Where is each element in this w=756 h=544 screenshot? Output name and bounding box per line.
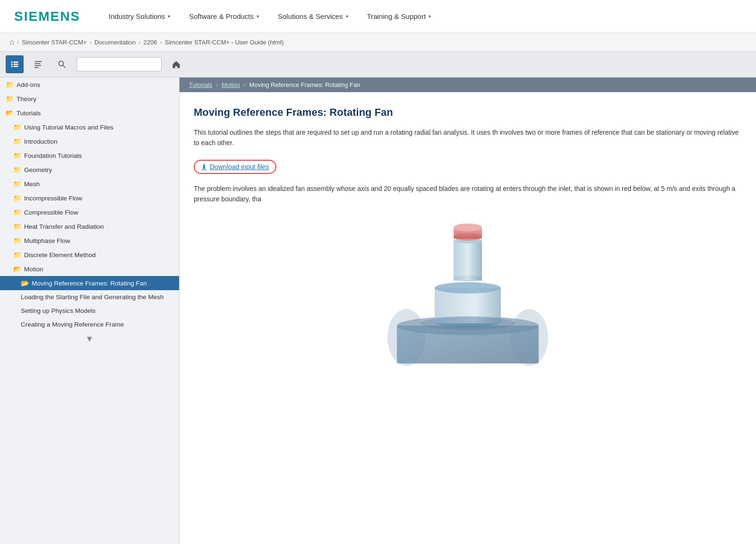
search-button[interactable] bbox=[53, 55, 71, 73]
sidebar-item-setting-up-physics[interactable]: Setting up Physics Models bbox=[0, 304, 179, 318]
search-icon bbox=[57, 60, 67, 69]
chevron-down-icon: ▾ bbox=[346, 14, 348, 19]
svg-rect-4 bbox=[11, 66, 13, 67]
folder-icon: 📁 bbox=[13, 208, 21, 216]
folder-icon: 📁 bbox=[13, 251, 21, 259]
sidebar-item-heat-transfer[interactable]: 📁 Heat Transfer and Radiation bbox=[0, 219, 179, 233]
fan-illustration bbox=[194, 212, 742, 382]
home-nav-icon bbox=[172, 60, 181, 69]
search-input[interactable] bbox=[77, 57, 162, 71]
main-layout: 📁 Add-ons 📁 Theory 📂 Tutorials 📁 Using T… bbox=[0, 78, 756, 544]
folder-icon: 📁 bbox=[13, 194, 21, 202]
folder-icon: 📁 bbox=[13, 180, 21, 188]
article-intro: This tutorial outlines the steps that ar… bbox=[194, 127, 742, 148]
content-breadcrumb-tutorials[interactable]: Tutorials bbox=[189, 81, 212, 88]
svg-point-17 bbox=[435, 282, 501, 294]
toc-button[interactable] bbox=[6, 55, 24, 73]
breadcrumb-user-guide[interactable]: Simcenter STAR-CCM+ - User Guide (html) bbox=[165, 39, 284, 46]
sidebar-item-multiphase-flow[interactable]: 📁 Multiphase Flow bbox=[0, 233, 179, 248]
folder-icon: 📁 bbox=[6, 81, 14, 88]
folder-icon: 📁 bbox=[13, 123, 21, 131]
breadcrumb-version[interactable]: 2206 bbox=[144, 39, 157, 46]
folder-icon: 📁 bbox=[13, 223, 21, 230]
sidebar-item-incompressible-flow[interactable]: 📁 Incompressible Flow bbox=[0, 191, 179, 205]
chevron-down-icon: ▾ bbox=[257, 14, 259, 19]
sidebar-item-geometry[interactable]: 📁 Geometry bbox=[0, 163, 179, 177]
folder-icon: 📁 bbox=[13, 138, 21, 145]
sidebar-item-moving-reference-frames[interactable]: 📂 Moving Reference Frames: Rotating Fan bbox=[0, 276, 179, 290]
nav-item-training[interactable]: Training & Support ▾ bbox=[367, 12, 431, 20]
content-area: Tutorials > Motion > Moving Reference Fr… bbox=[180, 78, 756, 544]
breadcrumb-documentation[interactable]: Documentation bbox=[94, 39, 136, 46]
svg-rect-6 bbox=[35, 61, 42, 62]
sidebar-item-theory[interactable]: 📁 Theory bbox=[0, 92, 179, 106]
breadcrumb: ⌂ › Simcenter STAR-CCM+ › Documentation … bbox=[0, 33, 756, 52]
sidebar-item-creating-moving-reference[interactable]: Creating a Moving Reference Frame bbox=[0, 318, 179, 331]
chevron-down-icon: ▾ bbox=[168, 14, 170, 19]
nav-item-solutions[interactable]: Solutions & Services ▾ bbox=[278, 12, 348, 20]
folder-icon: 📁 bbox=[13, 237, 21, 244]
folder-icon: 📁 bbox=[6, 95, 14, 103]
siemens-logo: SIEMENS bbox=[14, 9, 80, 24]
nav-item-industry[interactable]: Industry Solutions ▾ bbox=[109, 12, 170, 20]
svg-rect-3 bbox=[14, 64, 18, 65]
svg-point-25 bbox=[510, 309, 548, 366]
content-breadcrumb: Tutorials > Motion > Moving Reference Fr… bbox=[180, 78, 756, 92]
svg-point-10 bbox=[59, 61, 63, 66]
history-button[interactable] bbox=[29, 55, 47, 73]
toolbar bbox=[0, 52, 756, 78]
svg-point-23 bbox=[454, 224, 482, 231]
sidebar-item-using-tutorial-macros[interactable]: 📁 Using Tutorial Macros and Files bbox=[0, 120, 179, 134]
home-icon[interactable]: ⌂ bbox=[9, 38, 14, 46]
folder-open-active-icon: 📂 bbox=[21, 279, 29, 287]
folder-open-icon: 📂 bbox=[13, 265, 21, 273]
home-button[interactable] bbox=[167, 55, 185, 73]
svg-rect-8 bbox=[35, 65, 41, 66]
folder-icon: 📁 bbox=[13, 166, 21, 173]
sidebar-item-introduction[interactable]: 📁 Introduction bbox=[0, 134, 179, 148]
sidebar-item-tutorials[interactable]: 📂 Tutorials bbox=[0, 106, 179, 120]
sidebar-item-foundation-tutorials[interactable]: 📁 Foundation Tutorials bbox=[0, 148, 179, 163]
sidebar-item-loading-starting-file[interactable]: Loading the Starting File and Generating… bbox=[0, 290, 179, 304]
download-link[interactable]: ⬇ Download input files bbox=[194, 160, 276, 174]
svg-point-26 bbox=[387, 309, 425, 366]
sidebar-item-discrete-element[interactable]: 📁 Discrete Element Method bbox=[0, 248, 179, 262]
folder-icon: 📁 bbox=[13, 152, 21, 159]
svg-line-11 bbox=[63, 66, 66, 68]
svg-rect-2 bbox=[11, 64, 13, 65]
svg-rect-19 bbox=[454, 241, 482, 281]
article: Moving Reference Frames: Rotating Fan Th… bbox=[180, 92, 756, 401]
svg-rect-0 bbox=[11, 61, 13, 63]
sidebar-item-addons[interactable]: 📁 Add-ons bbox=[0, 78, 179, 92]
content-breadcrumb-motion[interactable]: Motion bbox=[222, 81, 240, 88]
article-body: The problem involves an idealized fan as… bbox=[194, 183, 742, 205]
sidebar: 📁 Add-ons 📁 Theory 📂 Tutorials 📁 Using T… bbox=[0, 78, 180, 544]
svg-point-24 bbox=[421, 317, 515, 330]
svg-rect-7 bbox=[35, 63, 41, 64]
fan-svg bbox=[369, 212, 567, 382]
svg-rect-5 bbox=[14, 66, 18, 67]
history-icon bbox=[34, 60, 43, 69]
top-nav: SIEMENS Industry Solutions ▾ Software & … bbox=[0, 0, 756, 33]
svg-rect-1 bbox=[14, 61, 18, 63]
article-title: Moving Reference Frames: Rotating Fan bbox=[194, 106, 742, 119]
download-icon: ⬇ bbox=[201, 163, 207, 171]
nav-item-software[interactable]: Software & Products ▾ bbox=[189, 12, 259, 20]
chevron-down-icon: ▾ bbox=[429, 14, 431, 19]
folder-open-icon: 📂 bbox=[6, 109, 14, 117]
content-breadcrumb-current: Moving Reference Frames: Rotating Fan bbox=[249, 81, 361, 88]
svg-rect-9 bbox=[35, 67, 39, 68]
toc-icon bbox=[10, 60, 19, 69]
scroll-down-indicator: ▼ bbox=[0, 331, 179, 347]
sidebar-item-mesh[interactable]: 📁 Mesh bbox=[0, 177, 179, 191]
breadcrumb-simcenter[interactable]: Simcenter STAR-CCM+ bbox=[22, 39, 86, 46]
sidebar-item-compressible-flow[interactable]: 📁 Compressible Flow bbox=[0, 205, 179, 219]
sidebar-item-motion[interactable]: 📂 Motion bbox=[0, 262, 179, 276]
